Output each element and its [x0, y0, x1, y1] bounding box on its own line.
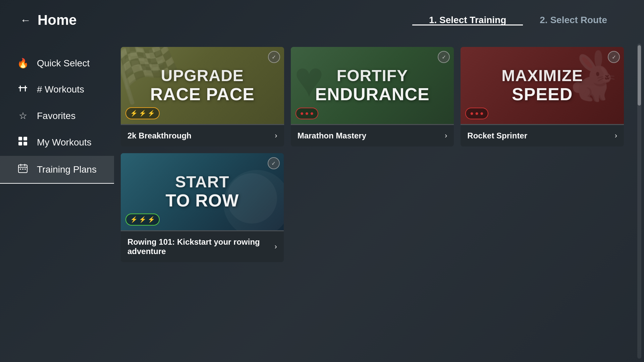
- card-endurance-line2: ENDURANCE: [315, 85, 429, 104]
- bolt-icon-3: ⚡: [148, 110, 155, 117]
- page-title: Home: [38, 12, 77, 28]
- tab-select-route-label: 2. Select Route: [540, 15, 607, 25]
- card-endurance-arrow: ›: [445, 131, 447, 140]
- card-speed-difficulty: ● ● ●: [465, 108, 488, 119]
- bolt-icon-5: ⚡: [139, 216, 146, 223]
- bolt-icon-6: ⚡: [148, 216, 155, 223]
- grid-icon: [17, 136, 29, 148]
- sidebar-quick-select-label: Quick Select: [37, 58, 90, 69]
- svg-rect-11: [20, 169, 21, 170]
- card-speed-check: ✓: [608, 51, 620, 63]
- card-speed[interactable]: 🐇 MAXIMIZE SPEED ✓ ● ● ●: [461, 47, 624, 146]
- main-content: 🏁 UPGRADE RACE PACE ✓ ⚡ ⚡ ⚡: [114, 40, 637, 362]
- svg-rect-0: [18, 87, 27, 88]
- card-race-pace-difficulty: ⚡ ⚡ ⚡: [125, 107, 160, 119]
- dot-icon-5: ●: [475, 110, 479, 117]
- dot-icon-6: ●: [480, 110, 484, 117]
- calendar-icon: [17, 163, 29, 176]
- card-endurance-line1: FORTIFY: [337, 67, 408, 85]
- card-start-row-bottom: Rowing 101: Kickstart your rowing advent…: [121, 231, 284, 262]
- back-button[interactable]: ←: [20, 14, 31, 26]
- svg-rect-3: [18, 137, 22, 140]
- sidebar-item-workouts[interactable]: # Workouts: [0, 76, 114, 103]
- card-race-pace-image: 🏁 UPGRADE RACE PACE ✓ ⚡ ⚡ ⚡: [121, 47, 284, 124]
- card-speed-line1: MAXIMIZE: [501, 67, 583, 85]
- card-race-pace-name: 2k Breakthrough: [127, 131, 192, 140]
- header-left: ← Home: [20, 12, 77, 28]
- card-start-row-image: START TO ROW ✓ ⚡ ⚡ ⚡: [121, 153, 284, 230]
- card-speed-bottom: Rocket Sprinter ›: [461, 125, 624, 146]
- sidebar: 🔥 Quick Select # Workouts ☆ Favorites: [0, 40, 114, 362]
- difficulty-badge-red-2: ● ● ●: [465, 108, 488, 119]
- svg-rect-12: [22, 169, 23, 170]
- svg-rect-5: [18, 142, 22, 145]
- sidebar-workouts-label: # Workouts: [37, 84, 84, 95]
- sidebar-item-favorites[interactable]: ☆ Favorites: [0, 103, 114, 129]
- svg-rect-6: [23, 142, 27, 145]
- star-icon: ☆: [17, 110, 29, 121]
- card-start-row-check: ✓: [268, 157, 280, 169]
- card-endurance-image: ♥ FORTIFY ENDURANCE ✓ ● ● ●: [291, 47, 454, 124]
- card-race-pace-line2: RACE PACE: [150, 85, 255, 104]
- tab-select-training-label: 1. Select Training: [429, 15, 506, 25]
- tab-select-training[interactable]: 1. Select Training: [412, 15, 523, 25]
- flame-icon: 🔥: [17, 58, 29, 69]
- sidebar-favorites-label: Favorites: [37, 111, 75, 121]
- bolt-icon-1: ⚡: [130, 110, 138, 117]
- card-endurance[interactable]: ♥ FORTIFY ENDURANCE ✓ ● ● ●: [291, 47, 454, 146]
- app-container: ← Home 1. Select Training 2. Select Rout…: [0, 0, 644, 362]
- card-start-row-name: Rowing 101: Kickstart your rowing advent…: [127, 237, 275, 256]
- sidebar-my-workouts-label: My Workouts: [37, 137, 92, 148]
- card-speed-image: 🐇 MAXIMIZE SPEED ✓ ● ● ●: [461, 47, 624, 124]
- svg-rect-4: [23, 137, 27, 140]
- sidebar-item-training-plans[interactable]: Training Plans: [0, 156, 114, 184]
- card-endurance-difficulty: ● ● ●: [296, 108, 319, 119]
- card-race-pace-arrow: ›: [275, 131, 277, 140]
- difficulty-badge-orange: ⚡ ⚡ ⚡: [125, 107, 160, 119]
- cards-row-2: START TO ROW ✓ ⚡ ⚡ ⚡: [121, 153, 624, 262]
- sidebar-training-plans-label: Training Plans: [37, 164, 97, 175]
- dot-icon-2: ●: [305, 110, 309, 117]
- sidebar-item-my-workouts[interactable]: My Workouts: [0, 129, 114, 156]
- card-race-pace-check: ✓: [268, 51, 280, 63]
- content-area: 🔥 Quick Select # Workouts ☆ Favorites: [0, 40, 644, 362]
- card-start-row[interactable]: START TO ROW ✓ ⚡ ⚡ ⚡: [121, 153, 284, 262]
- card-start-row-difficulty: ⚡ ⚡ ⚡: [125, 214, 160, 226]
- svg-rect-13: [24, 169, 26, 170]
- header-nav: 1. Select Training 2. Select Route: [412, 15, 624, 25]
- svg-rect-2: [25, 85, 26, 92]
- difficulty-badge-green: ⚡ ⚡ ⚡: [125, 214, 160, 226]
- tab-select-route[interactable]: 2. Select Route: [523, 15, 624, 25]
- scrollbar-thumb[interactable]: [638, 45, 641, 106]
- scrollbar-track: [637, 44, 641, 359]
- svg-rect-1: [20, 85, 21, 92]
- card-speed-line2: SPEED: [512, 85, 573, 104]
- card-race-pace-bottom: 2k Breakthrough ›: [121, 125, 284, 146]
- difficulty-badge-red-1: ● ● ●: [296, 108, 319, 119]
- sidebar-item-quick-select[interactable]: 🔥 Quick Select: [0, 50, 114, 76]
- card-start-row-arrow: ›: [275, 242, 277, 251]
- dot-icon-1: ●: [300, 110, 304, 117]
- cards-row-1: 🏁 UPGRADE RACE PACE ✓ ⚡ ⚡ ⚡: [121, 47, 624, 146]
- card-speed-arrow: ›: [615, 131, 617, 140]
- card-endurance-bottom: Marathon Mastery ›: [291, 125, 454, 146]
- card-start-row-line2: TO ROW: [166, 191, 239, 210]
- card-race-pace-line1: UPGRADE: [161, 67, 244, 85]
- card-speed-name: Rocket Sprinter: [467, 131, 527, 140]
- dot-icon-3: ●: [310, 110, 314, 117]
- header: ← Home 1. Select Training 2. Select Rout…: [0, 0, 644, 40]
- dot-icon-4: ●: [470, 110, 474, 117]
- card-race-pace[interactable]: 🏁 UPGRADE RACE PACE ✓ ⚡ ⚡ ⚡: [121, 47, 284, 146]
- card-endurance-name: Marathon Mastery: [298, 131, 366, 140]
- bolt-icon-2: ⚡: [139, 110, 146, 117]
- card-start-row-line1: START: [175, 173, 229, 191]
- workouts-icon: [17, 83, 29, 96]
- bolt-icon-4: ⚡: [130, 216, 138, 223]
